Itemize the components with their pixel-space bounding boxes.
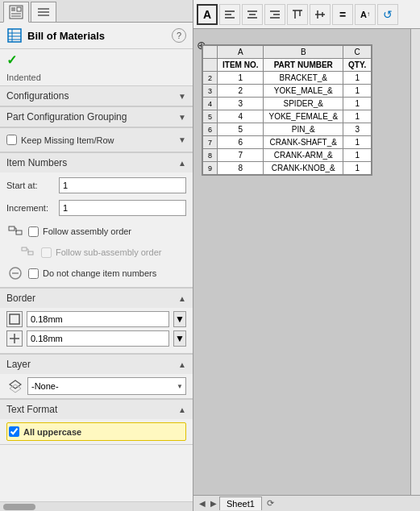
border-row-2: 0.18mm ▼	[6, 330, 186, 347]
tab-bom[interactable]	[3, 2, 29, 23]
middle-align-button[interactable]	[310, 4, 331, 25]
part-config-chevron: ▼	[178, 113, 186, 122]
item-numbers-chevron: ▲	[178, 159, 186, 168]
row-number-cell: 2	[203, 72, 218, 85]
tab-bar	[0, 0, 193, 23]
follow-sub-label: Follow sub-assembly order	[56, 247, 161, 257]
row-number-cell: 6	[203, 123, 218, 136]
sheet-refresh-icon[interactable]: ⟳	[265, 498, 277, 509]
item-numbers-body: Start at: Increment:	[0, 172, 193, 287]
svg-rect-17	[22, 247, 27, 251]
keep-missing-header[interactable]: Keep Missing Item/Row ▼	[0, 127, 193, 152]
follow-sub-row: Follow sub-assembly order	[6, 242, 186, 263]
col-header-empty	[203, 46, 218, 59]
keep-missing-checkbox[interactable]	[6, 135, 17, 145]
keep-missing-label: Keep Missing Item/Row	[21, 135, 114, 145]
follow-sub-checkbox[interactable]	[41, 247, 52, 258]
right-panel: A	[193, 0, 420, 511]
layer-select[interactable]: -None-	[27, 377, 186, 395]
panel-bottom-scrollbar[interactable]	[0, 501, 193, 511]
refresh-button[interactable]: ↺	[377, 4, 398, 25]
item-no-cell: 4	[218, 110, 264, 123]
layer-body: -None-	[0, 374, 193, 398]
text-format-body: All uppercase	[0, 419, 193, 444]
text-format-header[interactable]: Text Format ▲	[0, 399, 193, 419]
item-no-cell: 6	[218, 136, 264, 149]
row-header-empty	[203, 59, 218, 72]
bottom-bar: ◀ ▶ Sheet1 ⟳	[193, 495, 420, 511]
layer-icon	[6, 377, 24, 395]
svg-rect-2	[17, 7, 21, 11]
th-part-number: PART NUMBER	[264, 59, 343, 72]
start-at-input[interactable]	[59, 177, 186, 193]
border-header[interactable]: Border ▲	[0, 288, 193, 308]
follow-assembly-row: Follow assembly order	[6, 221, 186, 242]
part-config-header[interactable]: Part Configuration Grouping ▼	[0, 106, 193, 127]
text-format-label: Text Format	[6, 404, 57, 415]
panel-title: Bill of Materials	[27, 30, 172, 42]
do-not-change-checkbox[interactable]	[28, 268, 39, 279]
font-button[interactable]: A	[197, 4, 218, 25]
equals-button[interactable]: =	[332, 4, 353, 25]
border-body: 0.18mm ▼ 0.18mm ▼	[0, 308, 193, 353]
item-numbers-label: Item Numbers	[6, 157, 67, 168]
item-no-cell: 2	[218, 85, 264, 98]
drawing-vertical-scrollbar[interactable]	[410, 29, 420, 495]
sheet1-tab[interactable]: Sheet1	[219, 496, 262, 510]
configurations-section: Configurations ▼	[0, 85, 193, 106]
part-number-cell: BRACKET_&	[264, 72, 343, 85]
item-no-cell: 3	[218, 98, 264, 110]
sheet-nav-left[interactable]: ◀	[197, 498, 208, 509]
confirm-checkmark[interactable]: ✓	[0, 49, 193, 71]
border-dropdown-2[interactable]: ▼	[173, 330, 186, 347]
svg-rect-18	[28, 251, 33, 255]
do-not-change-label: Do not change item numbers	[43, 268, 156, 278]
part-number-cell: CRANK-ARM_&	[264, 149, 343, 162]
all-uppercase-row: All uppercase	[6, 422, 186, 441]
item-no-cell: 5	[218, 123, 264, 136]
do-not-change-row: Do not change item numbers	[6, 263, 186, 284]
part-config-label: Part Configuration Grouping	[6, 111, 127, 123]
align-left-button[interactable]	[219, 4, 240, 25]
align-right-button[interactable]	[264, 4, 285, 25]
all-uppercase-checkbox[interactable]	[9, 426, 19, 437]
item-no-cell: 7	[218, 149, 264, 162]
qty-cell: 1	[343, 136, 372, 149]
qty-cell: 1	[343, 98, 372, 110]
row-number-cell: 5	[203, 110, 218, 123]
follow-assembly-checkbox[interactable]	[28, 226, 39, 237]
font-size-button[interactable]: A↑	[355, 4, 376, 25]
item-no-cell: 8	[218, 162, 264, 175]
sheet-nav-right[interactable]: ▶	[208, 498, 219, 509]
top-align-button[interactable]	[287, 4, 308, 25]
bom-icon	[6, 27, 23, 44]
row-number-cell: 4	[203, 98, 218, 110]
row-number-cell: 8	[203, 149, 218, 162]
configurations-header[interactable]: Configurations ▼	[0, 85, 193, 106]
start-at-row: Start at:	[6, 176, 186, 195]
left-panel: Bill of Materials ? ✓ Indented Configura…	[0, 0, 193, 511]
align-center-button[interactable]	[242, 4, 263, 25]
qty-cell: 1	[343, 110, 372, 123]
layer-row: -None-	[6, 377, 186, 395]
do-not-change-icon	[6, 264, 24, 282]
help-button[interactable]: ?	[172, 28, 186, 43]
layer-chevron: ▲	[178, 360, 186, 369]
table-row: 43SPIDER_&1	[203, 98, 372, 110]
part-number-cell: CRANK-SHAFT_&	[264, 136, 343, 149]
layer-header[interactable]: Layer ▲	[0, 354, 193, 374]
table-row: 21BRACKET_&1	[203, 72, 372, 85]
qty-cell: 1	[343, 72, 372, 85]
col-header-a: A	[218, 46, 264, 59]
item-numbers-header[interactable]: Item Numbers ▲	[0, 152, 193, 172]
part-config-section: Part Configuration Grouping ▼	[0, 106, 193, 127]
part-number-cell: CRANK-KNOB_&	[264, 162, 343, 175]
tab-properties[interactable]	[31, 2, 56, 22]
border-chevron: ▲	[178, 294, 186, 303]
keep-missing-section: Keep Missing Item/Row ▼	[0, 127, 193, 152]
svg-rect-13	[9, 226, 15, 231]
layer-label: Layer	[6, 359, 31, 370]
keep-missing-chevron: ▼	[178, 135, 186, 144]
increment-input[interactable]	[59, 200, 186, 216]
border-dropdown-1[interactable]: ▼	[173, 311, 186, 327]
